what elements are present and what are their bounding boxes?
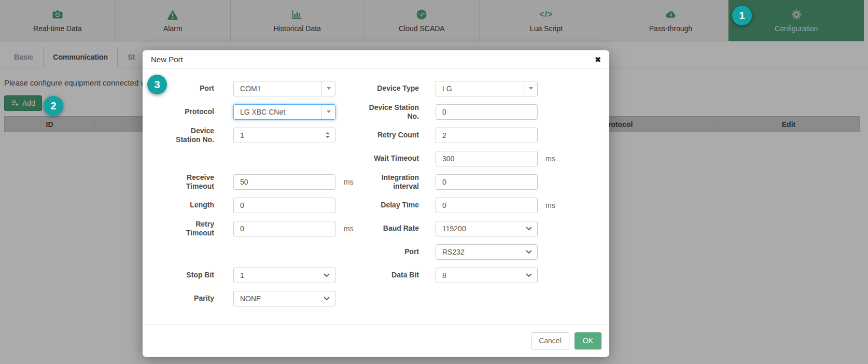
device-type-combobox[interactable]: LG	[436, 81, 538, 96]
caret-down-icon	[321, 105, 335, 119]
field-data-bit: Data Bit 8	[360, 263, 609, 287]
chevron-down-icon	[324, 273, 330, 277]
unit-suffix: ms	[545, 201, 555, 209]
field-retry-timeout: Retry Timeout ms	[143, 217, 360, 240]
field-length: Length	[143, 193, 360, 217]
field-device-station-no-right: Device Station No.	[360, 100, 609, 123]
retry-count-input[interactable]	[436, 128, 538, 143]
field-baud-rate: Baud Rate 115200	[360, 217, 609, 240]
baud-rate-select[interactable]: 115200	[436, 221, 538, 236]
field-delay-time: Delay Time ms	[360, 193, 609, 217]
field-device-type: Device Type LG	[360, 77, 609, 100]
field-label: Port	[167, 84, 214, 92]
receive-timeout-input[interactable]	[233, 174, 335, 190]
modal-header: New Port ✖	[143, 50, 609, 69]
wait-timeout-input[interactable]	[436, 151, 538, 166]
unit-suffix: ms	[545, 155, 555, 163]
ok-button[interactable]: OK	[575, 332, 601, 349]
select-value: 8	[436, 271, 526, 279]
serial-port-select[interactable]: RS232	[436, 244, 538, 260]
scada-config-app: Real-time Data Alarm Histor	[0, 0, 868, 364]
field-label: Retry Timeout	[167, 220, 214, 236]
close-icon[interactable]: ✖	[595, 56, 601, 63]
field-label: Port	[365, 247, 419, 256]
chevron-down-icon	[526, 250, 532, 254]
modal-title: New Port	[151, 55, 183, 64]
cancel-button[interactable]: Cancel	[531, 332, 569, 349]
select-value: RS232	[436, 248, 526, 256]
field-integration-interval: Integration interval	[360, 170, 609, 193]
field-label: Delay Time	[365, 201, 419, 209]
field-label: Integration interval	[365, 173, 419, 190]
field-label: Stop Bit	[167, 271, 214, 279]
field-label: Protocol	[167, 107, 214, 116]
unit-suffix: ms	[344, 178, 354, 186]
combobox-value: COM1	[234, 85, 321, 93]
select-value: 115200	[436, 225, 526, 233]
field-port: Port COM1	[143, 77, 360, 100]
new-port-form: Port COM1 Device Type LG Protocol LG XBC…	[143, 69, 609, 324]
field-label: Parity	[167, 294, 214, 302]
field-device-station-no-left: Device Station No.	[143, 123, 360, 147]
field-receive-timeout: Receive Timeout ms	[143, 170, 360, 193]
port-combobox[interactable]: COM1	[233, 81, 335, 96]
modal-footer: Cancel OK	[143, 324, 609, 357]
combobox-value: LG XBC CNet	[234, 108, 321, 116]
field-label: Device Station No.	[365, 103, 419, 120]
caret-down-icon	[321, 81, 335, 96]
retry-timeout-input[interactable]	[233, 221, 335, 236]
caret-down-icon	[524, 81, 537, 96]
field-label: Device Station No.	[167, 127, 214, 143]
field-retry-count: Retry Count	[360, 123, 609, 147]
field-label: Device Type	[365, 84, 419, 92]
integration-interval-input[interactable]	[436, 174, 538, 190]
field-label: Baud Rate	[365, 224, 419, 232]
chevron-down-icon	[526, 227, 532, 231]
field-label: Retry Count	[365, 131, 419, 139]
field-label: Wait Timeout	[365, 154, 419, 162]
unit-suffix: ms	[344, 225, 354, 233]
combobox-value: LG	[436, 85, 524, 93]
chevron-down-icon	[526, 273, 532, 277]
chevron-down-icon	[324, 297, 330, 301]
parity-select[interactable]: NONE	[233, 291, 335, 306]
length-input[interactable]	[233, 198, 335, 213]
field-protocol: Protocol LG XBC CNet	[143, 100, 360, 123]
field-stop-bit: Stop Bit 1	[143, 263, 360, 287]
field-serial-port: Port RS232	[360, 240, 609, 263]
step-badge-3: 3	[147, 75, 167, 94]
field-label: Length	[167, 201, 214, 209]
field-label: Data Bit	[365, 271, 419, 279]
stop-bit-select[interactable]: 1	[233, 268, 335, 283]
field-wait-timeout: Wait Timeout ms	[360, 147, 609, 170]
spinner-arrows-icon[interactable]	[326, 128, 330, 143]
device-station-no-stepper[interactable]	[233, 128, 335, 143]
data-bit-select[interactable]: 8	[436, 268, 538, 283]
step-badge-1: 1	[732, 6, 752, 25]
step-badge-2: 2	[44, 96, 63, 116]
new-port-modal: New Port ✖ Port COM1 Device Type LG	[143, 50, 609, 357]
delay-time-input[interactable]	[436, 198, 538, 213]
select-value: NONE	[234, 295, 324, 303]
field-label: Receive Timeout	[167, 173, 214, 190]
select-value: 1	[234, 271, 324, 279]
protocol-combobox[interactable]: LG XBC CNet	[233, 104, 335, 120]
device-station-no-input[interactable]	[436, 104, 538, 120]
field-parity: Parity NONE	[143, 287, 360, 310]
